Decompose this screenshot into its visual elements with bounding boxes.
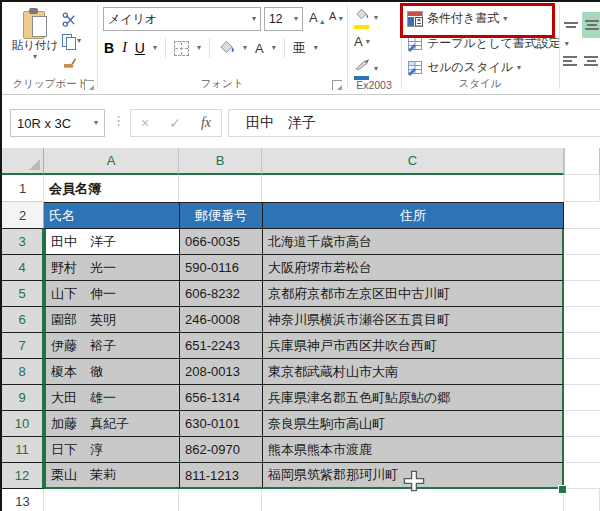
row-header-6[interactable]: 6 bbox=[2, 307, 44, 333]
cell-A10[interactable]: 加藤 真紀子 bbox=[44, 411, 179, 437]
select-all-button[interactable] bbox=[2, 148, 44, 175]
row-header-13[interactable]: 13 bbox=[2, 489, 44, 511]
row-header-12[interactable]: 12 bbox=[2, 463, 44, 489]
cell-B6[interactable]: 246-0008 bbox=[179, 307, 262, 333]
increase-font-button[interactable]: A ▲ bbox=[309, 10, 326, 25]
row-header-10[interactable]: 10 bbox=[2, 411, 44, 437]
name-box[interactable]: 10R x 3C ▾ bbox=[10, 109, 105, 137]
cell-C11[interactable]: 熊本県熊本市渡鹿 bbox=[262, 437, 564, 463]
row-header-11[interactable]: 11 bbox=[2, 437, 44, 463]
copy-caret-icon: ▾ bbox=[77, 37, 81, 45]
row-header-9[interactable]: 9 bbox=[2, 385, 44, 411]
cell-C10[interactable]: 奈良県生駒市高山町 bbox=[262, 411, 564, 437]
ex2003-draw-border-button[interactable]: ▾ bbox=[354, 57, 378, 80]
cell-A4[interactable]: 野村 光一 bbox=[44, 255, 179, 281]
paste-button[interactable]: 貼り付け ▾ bbox=[10, 6, 60, 76]
italic-button[interactable]: I bbox=[122, 40, 127, 56]
align-left-button[interactable] bbox=[562, 52, 580, 70]
row-header-5[interactable]: 5 bbox=[2, 281, 44, 307]
cell-A6[interactable]: 園部 英明 bbox=[44, 307, 179, 333]
cell-B10[interactable]: 630-0101 bbox=[179, 411, 262, 437]
cell-C2[interactable]: 住所 bbox=[262, 202, 564, 229]
cut-button[interactable] bbox=[62, 8, 96, 30]
decrease-font-button[interactable]: A ▼ bbox=[329, 10, 344, 22]
cell-B11[interactable]: 862-0970 bbox=[179, 437, 262, 463]
row-header-2[interactable]: 2 bbox=[2, 202, 44, 229]
font-color-caret-icon[interactable]: ▾ bbox=[272, 44, 276, 52]
cell-B9[interactable]: 656-1314 bbox=[179, 385, 262, 411]
column-header-B[interactable]: B bbox=[179, 148, 262, 175]
row-3-filler bbox=[564, 229, 600, 255]
cell-B2[interactable]: 郵便番号 bbox=[179, 202, 262, 229]
cell-C9[interactable]: 兵庫県津名郡五色町鮎原鮎の郷 bbox=[262, 385, 564, 411]
insert-function-icon[interactable]: fx bbox=[201, 115, 211, 131]
row-header-1[interactable]: 1 bbox=[2, 175, 44, 202]
cancel-icon[interactable]: × bbox=[141, 115, 149, 131]
sheet-row-6: 6園部 英明246-0008神奈川県横浜市瀬谷区五貫目町 bbox=[2, 307, 600, 333]
column-header-A[interactable]: A bbox=[44, 148, 179, 175]
cell-B3[interactable]: 066-0035 bbox=[179, 229, 262, 255]
cell-B1[interactable] bbox=[179, 175, 262, 202]
top-align-button[interactable] bbox=[562, 16, 580, 34]
row-header-4[interactable]: 4 bbox=[2, 255, 44, 281]
bold-button[interactable]: B bbox=[104, 40, 114, 56]
cell-A11[interactable]: 日下 淳 bbox=[44, 437, 179, 463]
cell-B12[interactable]: 811-1213 bbox=[179, 463, 262, 489]
cell-A5[interactable]: 山下 伸一 bbox=[44, 281, 179, 307]
copy-button[interactable]: ▾ bbox=[62, 30, 96, 52]
cell-A9[interactable]: 大田 雄一 bbox=[44, 385, 179, 411]
sheet-row-2: 2氏名郵便番号住所 bbox=[2, 202, 600, 229]
center-align-icon bbox=[583, 54, 599, 68]
cell-C4[interactable]: 大阪府堺市若松台 bbox=[262, 255, 564, 281]
font-size-combo[interactable]: 12 ▾ bbox=[264, 7, 303, 31]
cell-C6[interactable]: 神奈川県横浜市瀬谷区五貫目町 bbox=[262, 307, 564, 333]
row-header-8[interactable]: 8 bbox=[2, 359, 44, 385]
cell-A3[interactable]: 田中 洋子 bbox=[44, 229, 179, 255]
cell-B13[interactable] bbox=[179, 489, 262, 511]
cell-styles-button[interactable]: セルのスタイル ▾ bbox=[407, 59, 521, 76]
row-header-7[interactable]: 7 bbox=[2, 333, 44, 359]
cell-A12[interactable]: 栗山 茉莉 bbox=[44, 463, 179, 489]
ex2003-fill-color-button[interactable]: ▾ bbox=[354, 6, 378, 29]
cell-C5[interactable]: 京都府京都市左京区田中古川町 bbox=[262, 281, 564, 307]
enter-icon[interactable]: ✓ bbox=[169, 115, 181, 131]
underline-caret-icon[interactable]: ▾ bbox=[153, 44, 157, 52]
formula-input[interactable]: 田中 洋子 bbox=[228, 109, 600, 137]
cell-A13[interactable] bbox=[44, 489, 179, 511]
middle-align-button[interactable] bbox=[582, 12, 600, 38]
paint-bucket-yellow-icon bbox=[354, 6, 371, 29]
cell-A1[interactable]: 会員名簿 bbox=[44, 175, 179, 202]
alignment-group bbox=[560, 2, 600, 94]
phonetic-caret-icon[interactable]: ▾ bbox=[314, 44, 318, 52]
borders-caret-icon[interactable]: ▾ bbox=[197, 44, 201, 52]
cell-A8[interactable]: 榎本 徹 bbox=[44, 359, 179, 385]
cell-B5[interactable]: 606-8232 bbox=[179, 281, 262, 307]
center-align-button[interactable] bbox=[582, 52, 600, 70]
cell-C7[interactable]: 兵庫県神戸市西区井吹台西町 bbox=[262, 333, 564, 359]
cell-B4[interactable]: 590-0116 bbox=[179, 255, 262, 281]
column-header-C[interactable]: C bbox=[262, 148, 564, 175]
sheet-row-5: 5山下 伸一606-8232京都府京都市左京区田中古川町 bbox=[2, 281, 600, 307]
borders-icon[interactable] bbox=[174, 41, 189, 56]
ex2003-font-color-button[interactable]: A ▾ bbox=[354, 34, 370, 49]
cell-A7[interactable]: 伊藤 裕子 bbox=[44, 333, 179, 359]
format-painter-button[interactable] bbox=[62, 52, 96, 74]
cell-C3[interactable]: 北海道千歳市高台 bbox=[262, 229, 564, 255]
row-5-filler bbox=[564, 281, 600, 307]
cell-C1[interactable] bbox=[262, 175, 564, 202]
font-color-button[interactable]: A bbox=[255, 39, 264, 57]
fill-color-caret-icon[interactable]: ▾ bbox=[243, 44, 247, 52]
font-name-combo[interactable]: メイリオ ▾ bbox=[103, 7, 261, 31]
phonetic-guide-button[interactable]: 亜 bbox=[293, 39, 306, 57]
font-dialog-launcher-icon[interactable] bbox=[332, 80, 342, 90]
row-header-3[interactable]: 3 bbox=[2, 229, 44, 255]
fill-handle[interactable] bbox=[558, 485, 567, 494]
cell-A2[interactable]: 氏名 bbox=[44, 202, 179, 229]
clipboard-dialog-launcher-icon[interactable] bbox=[84, 80, 94, 90]
cell-B8[interactable]: 208-0013 bbox=[179, 359, 262, 385]
cell-C8[interactable]: 東京都武蔵村山市大南 bbox=[262, 359, 564, 385]
cell-C13[interactable] bbox=[262, 489, 564, 511]
fill-color-button[interactable] bbox=[218, 39, 235, 58]
cell-B7[interactable]: 651-2243 bbox=[179, 333, 262, 359]
underline-button[interactable]: U bbox=[135, 40, 145, 56]
